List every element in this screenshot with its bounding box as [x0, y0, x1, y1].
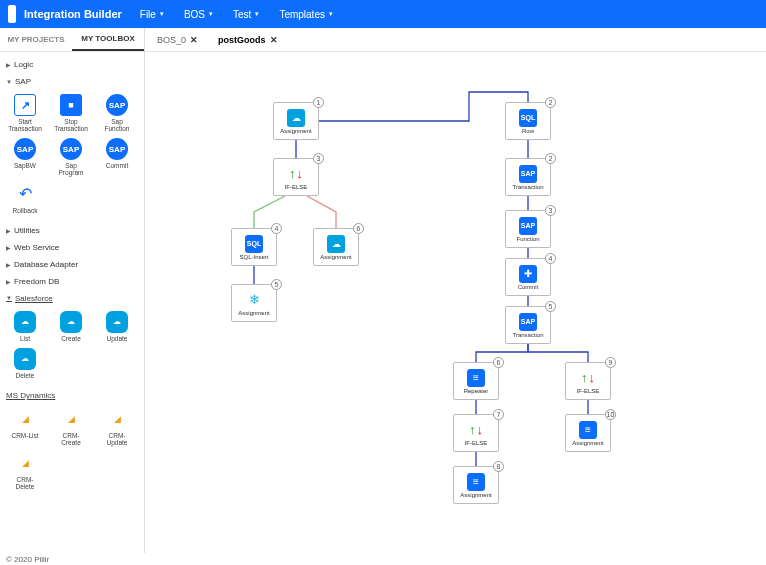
app-title: Integration Builder: [24, 8, 122, 20]
cloud-icon: ☁: [60, 311, 82, 333]
tab-my-toolbox[interactable]: MY TOOLBOX: [72, 28, 144, 51]
sidebar: MY PROJECTS MY TOOLBOX ▶Logic ▼SAP ↗Star…: [0, 28, 145, 553]
node-label: Repeater: [464, 388, 489, 394]
chevron-right-icon: ▶: [6, 244, 11, 251]
tool-sf-create[interactable]: ☁Create: [54, 311, 88, 342]
cloud-icon: ☁: [14, 348, 36, 370]
node-assignment[interactable]: 10≡Assignment: [565, 414, 611, 452]
cloud-icon: ☁: [14, 311, 36, 333]
sidebar-tabs: MY PROJECTS MY TOOLBOX: [0, 28, 144, 52]
sap-icon: SAP: [60, 138, 82, 160]
node-number: 1: [313, 97, 324, 108]
node-label: Assignment: [460, 492, 491, 498]
close-icon[interactable]: ✕: [190, 35, 198, 45]
node-assignment[interactable]: 6☁Assignment: [313, 228, 359, 266]
cat-msdynamics[interactable]: MS Dynamics: [6, 387, 138, 404]
tool-rollback[interactable]: ↶Rollback: [8, 183, 42, 214]
editor-tabs: BOS_0✕ postGoods✕: [145, 28, 766, 52]
chevron-right-icon: ▶: [6, 278, 11, 285]
node-label: Commit: [518, 284, 539, 290]
tool-start-transaction[interactable]: ↗Start Transaction: [8, 94, 42, 132]
node-label: Row: [522, 128, 534, 134]
tool-crm-create[interactable]: ◢CRM-Create: [54, 408, 88, 446]
node-number: 9: [605, 357, 616, 368]
node-label: IF-ELSE: [285, 184, 308, 190]
tool-sap-function[interactable]: SAPSap Function: [100, 94, 134, 132]
node-label: Assignment: [280, 128, 311, 134]
cat-sap[interactable]: ▼SAP: [6, 73, 138, 90]
cat-dbadapter[interactable]: ▶Database Adapter: [6, 256, 138, 273]
close-icon[interactable]: ✕: [270, 35, 278, 45]
tab-bos0[interactable]: BOS_0✕: [149, 31, 206, 49]
tool-sap-bw[interactable]: SAPSapBW: [8, 138, 42, 176]
menu-templates[interactable]: Templates▾: [279, 9, 333, 20]
node-assignment[interactable]: 8≡Assignment: [453, 466, 499, 504]
tool-sf-update[interactable]: ☁Update: [100, 311, 134, 342]
menu-bos[interactable]: BOS▾: [184, 9, 213, 20]
tool-crm-delete[interactable]: ◢CRM-Delete: [8, 452, 42, 490]
menu-test[interactable]: Test▾: [233, 9, 259, 20]
sap-tools: ↗Start Transaction ■Stop Transaction SAP…: [6, 90, 138, 222]
node-label: IF-ELSE: [577, 388, 600, 394]
tool-stop-transaction[interactable]: ■Stop Transaction: [54, 94, 88, 132]
chart-icon: ◢: [106, 408, 128, 430]
cat-logic[interactable]: ▶Logic: [6, 56, 138, 73]
node-number: 6: [353, 223, 364, 234]
node-if-else[interactable]: 3↑↓IF-ELSE: [273, 158, 319, 196]
node-assignment[interactable]: 1☁Assignment: [273, 102, 319, 140]
tool-commit[interactable]: SAPCommit: [100, 138, 134, 176]
node-number: 2: [545, 97, 556, 108]
cat-freedomdb[interactable]: ▶Freedom DB: [6, 273, 138, 290]
node-number: 6: [493, 357, 504, 368]
node-transaction[interactable]: 2SAPTransaction: [505, 158, 551, 196]
node-number: 10: [605, 409, 616, 420]
flow-canvas[interactable]: 1☁Assignment2SQLRow3↑↓IF-ELSE4SQLSQL-Ins…: [145, 52, 766, 553]
node-if-else[interactable]: 7↑↓IF-ELSE: [453, 414, 499, 452]
start-icon: ↗: [14, 94, 36, 116]
chevron-down-icon: ▾: [329, 10, 333, 18]
node-row[interactable]: 2SQLRow: [505, 102, 551, 140]
node-label: SQL-Insert: [239, 254, 268, 260]
tool-sf-delete[interactable]: ☁Delete: [8, 348, 42, 379]
node-assignment[interactable]: 5❄Assignment: [231, 284, 277, 322]
sap-icon: SAP: [14, 138, 36, 160]
node-label: Transaction: [512, 332, 543, 338]
stop-icon: ■: [60, 94, 82, 116]
tool-sf-list[interactable]: ☁List: [8, 311, 42, 342]
app-logo: [8, 5, 16, 23]
chart-icon: ◢: [60, 408, 82, 430]
node-label: Assignment: [320, 254, 351, 260]
node-number: 7: [493, 409, 504, 420]
cat-utilities[interactable]: ▶Utilities: [6, 222, 138, 239]
chevron-right-icon: ▶: [6, 61, 11, 68]
content-area: BOS_0✕ postGoods✕: [145, 28, 766, 553]
tool-crm-update[interactable]: ◢CRM-Update: [100, 408, 134, 446]
tab-postgoods[interactable]: postGoods✕: [210, 31, 286, 49]
cat-salesforce[interactable]: ▼Salesforce: [6, 290, 138, 307]
node-commit[interactable]: 4✚Commit: [505, 258, 551, 296]
tool-sap-program[interactable]: SAPSap Program: [54, 138, 88, 176]
salesforce-tools: ☁List ☁Create ☁Update ☁Delete: [6, 307, 138, 387]
node-label: IF-ELSE: [465, 440, 488, 446]
node-label: Assignment: [572, 440, 603, 446]
cat-webservice[interactable]: ▶Web Service: [6, 239, 138, 256]
node-sql-insert[interactable]: 4SQLSQL-Insert: [231, 228, 277, 266]
chevron-down-icon: ▾: [209, 10, 213, 18]
node-if-else[interactable]: 9↑↓IF-ELSE: [565, 362, 611, 400]
tool-crm-list[interactable]: ◢CRM-List: [8, 408, 42, 446]
tab-my-projects[interactable]: MY PROJECTS: [0, 28, 72, 51]
node-number: 4: [271, 223, 282, 234]
node-function[interactable]: 3SAPFunction: [505, 210, 551, 248]
commit-icon: SAP: [106, 138, 128, 160]
menu-file[interactable]: File▾: [140, 9, 164, 20]
node-number: 5: [271, 279, 282, 290]
node-transaction[interactable]: 5SAPTransaction: [505, 306, 551, 344]
node-number: 3: [313, 153, 324, 164]
node-repeater[interactable]: 6≡Repeater: [453, 362, 499, 400]
chart-icon: ◢: [14, 452, 36, 474]
sidebar-body: ▶Logic ▼SAP ↗Start Transaction ■Stop Tra…: [0, 52, 144, 553]
node-number: 3: [545, 205, 556, 216]
chevron-down-icon: ▼: [6, 295, 12, 301]
node-number: 5: [545, 301, 556, 312]
rollback-icon: ↶: [14, 183, 36, 205]
